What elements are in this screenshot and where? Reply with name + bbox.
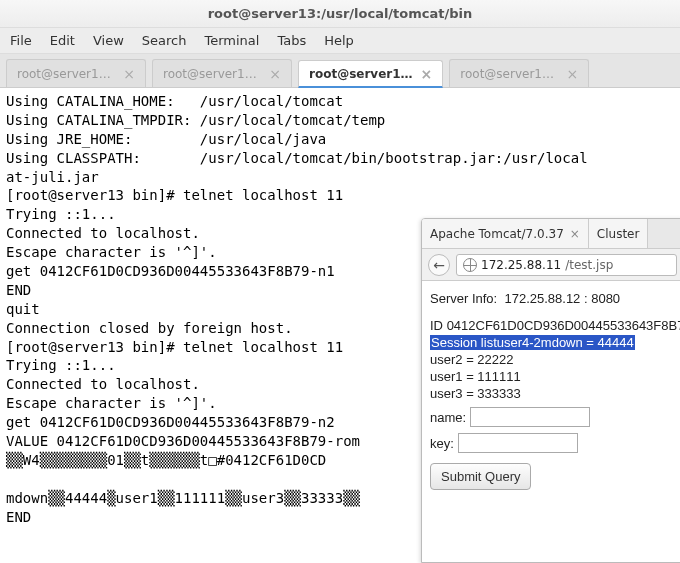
key-field-row: key: — [430, 433, 675, 453]
terminal-tab-4[interactable]: root@server1… × — [449, 59, 589, 87]
tab-label: root@server1… — [309, 67, 413, 81]
browser-tab-2[interactable]: Cluster — [589, 219, 649, 248]
menu-file[interactable]: File — [10, 33, 32, 48]
back-button[interactable]: ← — [428, 254, 450, 276]
tab-label: root@server1… — [17, 67, 111, 81]
menu-tabs[interactable]: Tabs — [277, 33, 306, 48]
close-icon[interactable]: × — [123, 67, 135, 81]
terminal-tab-1[interactable]: root@server1… × — [6, 59, 146, 87]
window-titlebar: root@server13:/usr/local/tomcat/bin — [0, 0, 680, 28]
submit-button[interactable]: Submit Query — [430, 463, 531, 490]
server-info: Server Info: 172.25.88.12 : 8080 — [430, 291, 675, 306]
url-input[interactable]: 172.25.88.11/test.jsp — [456, 254, 677, 276]
menu-terminal[interactable]: Terminal — [204, 33, 259, 48]
key-label: key: — [430, 436, 454, 451]
close-icon[interactable]: × — [567, 67, 579, 81]
terminal-tabbar: root@server1… × root@server1… × root@ser… — [0, 54, 680, 88]
session-entry: user1 = 111111 — [430, 369, 675, 384]
close-icon[interactable]: × — [421, 67, 433, 81]
menu-search[interactable]: Search — [142, 33, 187, 48]
name-field-row: name: — [430, 407, 675, 427]
tab-label: root@server1… — [163, 67, 257, 81]
menu-edit[interactable]: Edit — [50, 33, 75, 48]
name-input[interactable] — [470, 407, 590, 427]
browser-toolbar: ← 172.25.88.11/test.jsp — [422, 249, 680, 281]
close-icon[interactable]: × — [269, 67, 281, 81]
browser-tabbar: Apache Tomcat/7.0.37 × Cluster — [422, 219, 680, 249]
key-input[interactable] — [458, 433, 578, 453]
close-icon[interactable]: × — [570, 227, 580, 241]
session-list-row: Session listuser4-2mdown = 44444 — [430, 335, 675, 350]
window-title: root@server13:/usr/local/tomcat/bin — [208, 6, 473, 21]
terminal-tab-3[interactable]: root@server1… × — [298, 60, 443, 88]
session-id: ID 0412CF61D0CD936D00445533643F8B79 — [430, 318, 675, 333]
globe-icon — [463, 258, 477, 272]
tab-label: root@server1… — [460, 67, 554, 81]
menubar: File Edit View Search Terminal Tabs Help — [0, 28, 680, 54]
browser-tab-label: Cluster — [597, 227, 640, 241]
browser-tab-label: Apache Tomcat/7.0.37 — [430, 227, 564, 241]
session-entry: user2 = 22222 — [430, 352, 675, 367]
page-content: Server Info: 172.25.88.12 : 8080 ID 0412… — [422, 281, 680, 498]
browser-window: Apache Tomcat/7.0.37 × Cluster ← 172.25.… — [421, 218, 680, 563]
browser-tab-1[interactable]: Apache Tomcat/7.0.37 × — [422, 219, 589, 248]
name-label: name: — [430, 410, 466, 425]
url-host: 172.25.88.11 — [481, 258, 561, 272]
url-path: /test.jsp — [565, 258, 613, 272]
terminal-tab-2[interactable]: root@server1… × — [152, 59, 292, 87]
menu-help[interactable]: Help — [324, 33, 354, 48]
arrow-left-icon: ← — [433, 257, 445, 273]
menu-view[interactable]: View — [93, 33, 124, 48]
session-entry: user3 = 333333 — [430, 386, 675, 401]
selected-text: Session listuser4-2mdown = 44444 — [430, 335, 635, 350]
